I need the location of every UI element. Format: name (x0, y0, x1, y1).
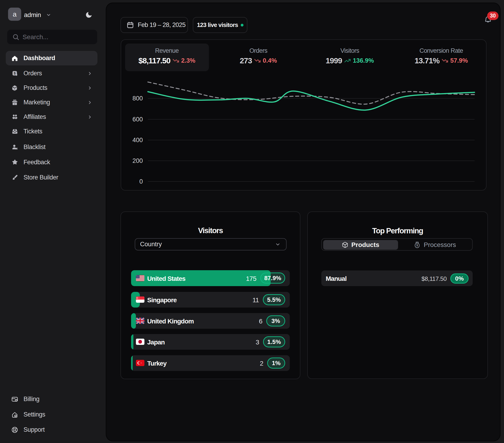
svg-text:0: 0 (139, 178, 143, 185)
svg-text:400: 400 (132, 137, 143, 144)
svg-text:600: 600 (132, 116, 143, 123)
svg-text:200: 200 (132, 157, 143, 164)
svg-text:800: 800 (132, 95, 143, 102)
svg-text:$: $ (416, 244, 418, 247)
svg-text:$: $ (14, 72, 16, 75)
